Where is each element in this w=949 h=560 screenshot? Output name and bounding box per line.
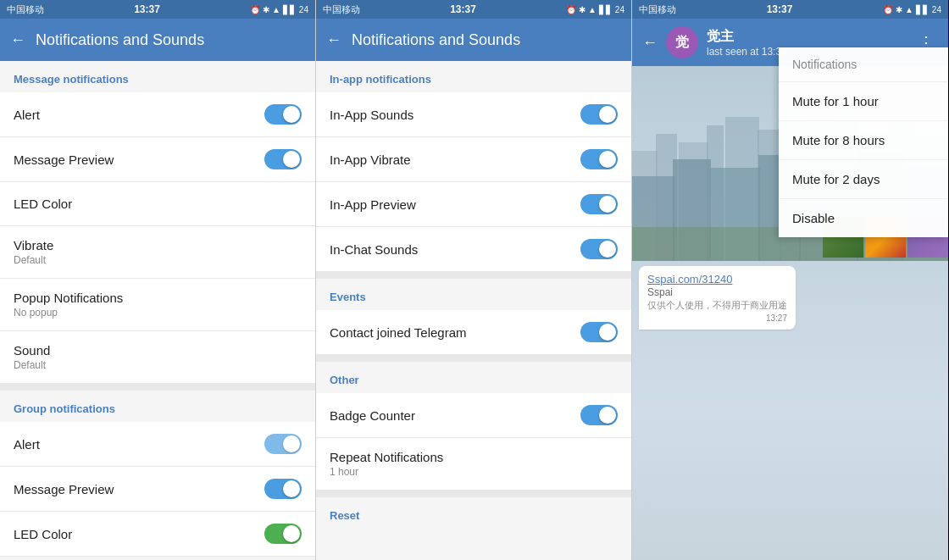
inapp-vibrate-toggle[interactable] <box>580 149 618 169</box>
chat-time: 13:27 <box>647 313 787 323</box>
contact-joined-toggle[interactable] <box>580 322 618 342</box>
carrier-1: 中国移动 <box>7 3 44 16</box>
setting-vibrate[interactable]: Vibrate Default <box>0 226 315 279</box>
chat-bubble-row: Sspai.com/31240 Sspai 仅供个人使用，不得用于商业用途 13… <box>639 266 941 333</box>
group-alert-label: Alert <box>14 437 40 452</box>
back-button-1[interactable]: ← <box>10 31 25 49</box>
alarm-icon-2: ⏰ <box>566 5 576 14</box>
divider-4 <box>316 491 631 497</box>
chat-link-label: Sspai <box>647 286 673 298</box>
chat-link[interactable]: Sspai.com/31240 <box>647 273 732 286</box>
settings-content-1: Message notifications Alert Message Prev… <box>0 61 315 560</box>
setting-repeat-notifications[interactable]: Repeat Notifications 1 hour <box>316 438 631 491</box>
status-bar-1: 中国移动 13:37 ⏰ ✱ ▲ ▋▋ 24 <box>0 0 315 19</box>
setting-popup[interactable]: Popup Notifications No popup <box>0 279 315 331</box>
section-header-group: Group notifications <box>0 391 315 422</box>
time-2: 13:37 <box>450 3 476 15</box>
setting-badge-counter[interactable]: Badge Counter <box>316 393 631 438</box>
app-header-1: ← Notifications and Sounds <box>0 19 315 61</box>
setting-sound[interactable]: Sound Default <box>0 331 315 384</box>
popup-sublabel: No popup <box>14 307 123 319</box>
group-led-label: LED Color <box>14 527 72 541</box>
setting-group-alert[interactable]: Alert <box>0 422 315 467</box>
section-header-events: Events <box>316 279 631 310</box>
dropdown-item-1hr[interactable]: Mute for 1 hour <box>779 82 948 121</box>
sound-label: Sound <box>14 343 50 358</box>
signal-icon: ▋▋ <box>283 5 297 14</box>
status-bar-2: 中国移动 13:37 ⏰ ✱ ▲ ▋▋ 24 <box>316 0 631 19</box>
setting-inapp-vibrate[interactable]: In-App Vibrate <box>316 137 631 182</box>
avatar: 觉 <box>666 26 698 58</box>
group-preview-label: Message Preview <box>14 482 114 496</box>
bluetooth-icon-2: ✱ <box>579 5 585 14</box>
bluetooth-icon-3: ✱ <box>896 5 902 14</box>
group-preview-toggle[interactable] <box>264 479 302 499</box>
inapp-preview-label: In-App Preview <box>330 197 416 212</box>
inchat-sounds-toggle[interactable] <box>580 239 618 259</box>
setting-led-color[interactable]: LED Color <box>0 182 315 226</box>
wifi-icon-3: ▲ <box>905 5 913 14</box>
dropdown-item-8hr[interactable]: Mute for 8 hours <box>779 121 948 160</box>
group-alert-toggle[interactable] <box>264 434 302 454</box>
divider-1 <box>0 384 315 391</box>
alert-toggle[interactable] <box>264 104 302 125</box>
message-preview-label: Message Preview <box>14 152 114 167</box>
repeat-notifications-sublabel: 1 hour <box>330 466 443 478</box>
setting-inchat-sounds[interactable]: In-Chat Sounds <box>316 227 631 272</box>
setting-contact-joined[interactable]: Contact joined Telegram <box>316 310 631 355</box>
chat-description: 仅供个人使用，不得用于商业用途 <box>647 300 787 310</box>
popup-label: Popup Notifications <box>14 291 123 305</box>
battery-label: 24 <box>299 5 308 14</box>
setting-inapp-sounds[interactable]: In-App Sounds <box>316 92 631 137</box>
wifi-icon: ▲ <box>272 5 280 14</box>
section-header-inapp: In-app notifications <box>316 61 631 92</box>
section-header-other: Other <box>316 362 631 393</box>
time-1: 13:37 <box>134 3 160 15</box>
icons-1: ⏰ ✱ ▲ ▋▋ 24 <box>250 5 308 14</box>
setting-alert[interactable]: Alert <box>0 92 315 137</box>
page-title-2: Notifications and Sounds <box>352 31 520 49</box>
dropdown-item-2days[interactable]: Mute for 2 days <box>779 160 948 199</box>
alert-label: Alert <box>14 108 40 122</box>
chat-bubble-1: Sspai.com/31240 Sspai 仅供个人使用，不得用于商业用途 13… <box>639 266 796 330</box>
setting-inapp-preview[interactable]: In-App Preview <box>316 182 631 227</box>
setting-group-preview[interactable]: Message Preview <box>0 467 315 512</box>
vibrate-label: Vibrate <box>14 238 53 252</box>
icons-2: ⏰ ✱ ▲ ▋▋ 24 <box>566 5 624 14</box>
back-button-2[interactable]: ← <box>326 31 341 49</box>
group-led-toggle[interactable] <box>264 524 302 544</box>
battery-label-3: 24 <box>932 5 941 14</box>
time-3: 13:37 <box>767 3 793 15</box>
carrier-3: 中国移动 <box>639 3 676 16</box>
inapp-sounds-toggle[interactable] <box>580 104 618 125</box>
app-header-2: ← Notifications and Sounds <box>316 19 631 61</box>
section-header-reset: Reset <box>316 497 631 529</box>
message-preview-toggle[interactable] <box>264 149 302 169</box>
carrier-2: 中国移动 <box>323 3 360 16</box>
dropdown-item-disable[interactable]: Disable <box>779 199 948 237</box>
setting-message-preview[interactable]: Message Preview <box>0 137 315 182</box>
divider-3 <box>316 355 631 362</box>
status-bar-3: 中国移动 13:37 ⏰ ✱ ▲ ▋▋ 24 <box>632 0 948 19</box>
panel-2: 中国移动 13:37 ⏰ ✱ ▲ ▋▋ 24 ← Notifications a… <box>316 0 632 560</box>
icons-3: ⏰ ✱ ▲ ▋▋ 24 <box>883 5 941 14</box>
chat-back-button[interactable]: ← <box>642 34 658 52</box>
badge-counter-label: Badge Counter <box>330 408 415 423</box>
setting-group-led[interactable]: LED Color <box>0 512 315 557</box>
signal-icon-2: ▋▋ <box>599 5 613 14</box>
contact-joined-label: Contact joined Telegram <box>330 325 466 340</box>
chat-messages: Sspai.com/31240 Sspai 仅供个人使用，不得用于商业用途 13… <box>632 261 948 341</box>
alarm-icon: ⏰ <box>250 5 260 14</box>
inapp-sounds-label: In-App Sounds <box>330 108 413 122</box>
chat-name: 觉主 <box>707 28 906 46</box>
section-header-message: Message notifications <box>0 61 315 92</box>
dropdown-menu: Notifications Mute for 1 hour Mute for 8… <box>779 47 948 237</box>
badge-counter-toggle[interactable] <box>580 405 618 425</box>
inapp-preview-toggle[interactable] <box>580 194 618 214</box>
signal-icon-3: ▋▋ <box>916 5 930 14</box>
sound-sublabel: Default <box>14 359 50 371</box>
dropdown-header: Notifications <box>779 47 948 82</box>
repeat-notifications-label: Repeat Notifications <box>330 450 443 464</box>
battery-label-2: 24 <box>615 5 624 14</box>
vibrate-sublabel: Default <box>14 254 53 266</box>
